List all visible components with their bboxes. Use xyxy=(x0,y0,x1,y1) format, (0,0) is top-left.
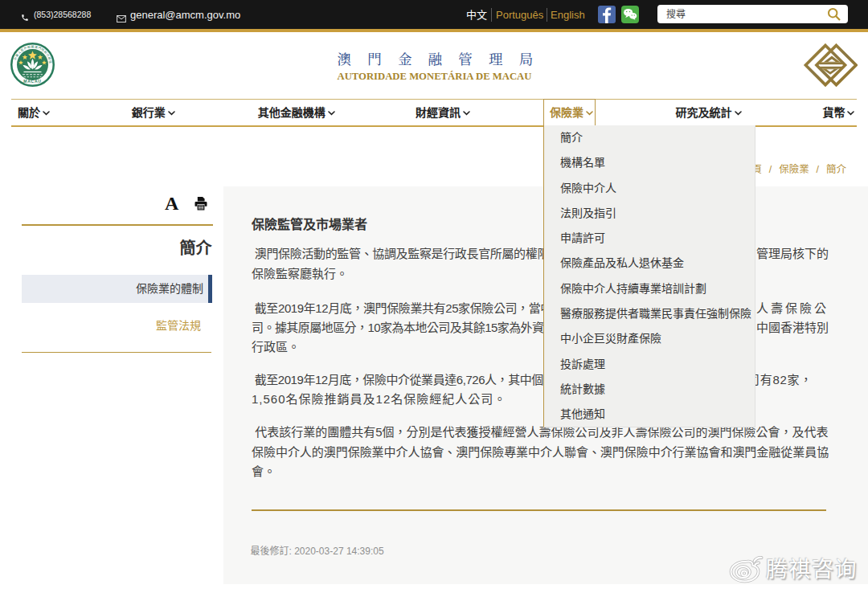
svg-text:MACAU: MACAU xyxy=(23,79,41,84)
